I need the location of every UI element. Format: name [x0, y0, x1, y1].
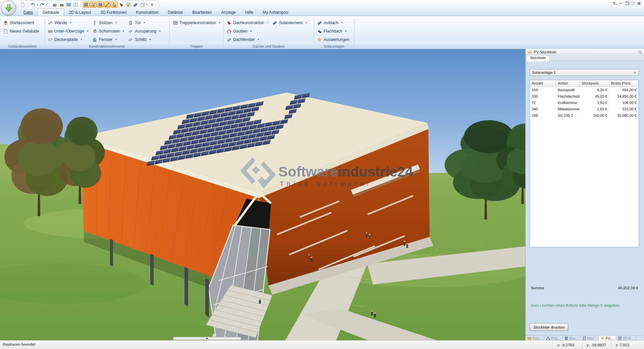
- ribbon-button-dachfenster[interactable]: Dachfenster▼: [225, 35, 271, 44]
- qat-undo-button[interactable]: [30, 1, 36, 8]
- qat-copy-button[interactable]: [139, 1, 146, 8]
- dropdown-arrow-icon[interactable]: ▼: [115, 38, 117, 41]
- qat-overflow-button[interactable]: [149, 1, 155, 8]
- ribbon-group-d-cher-und-gauben: Dachkonstruktion▼Gauben▼Dachfenster▼Sola…: [225, 18, 314, 44]
- ribbon-button-w-nde[interactable]: Wände▼: [46, 18, 91, 27]
- help-icon[interactable]: ?: [613, 1, 615, 6]
- ribbon-button-neues-geb-ude[interactable]: Neues Gebäude: [1, 27, 41, 35]
- column-header-anzahl[interactable]: Anzahl: [530, 80, 556, 87]
- menu-item-bearbeiten[interactable]: Bearbeiten: [188, 9, 217, 16]
- print-parts-list-button[interactable]: Stückliste drucken: [530, 323, 568, 331]
- bottom-tab-label: 3D R...: [623, 336, 634, 340]
- menu-item-3d-funktionen[interactable]: 3D Funktionen: [96, 9, 131, 16]
- menu-item-anzeige[interactable]: Anzeige: [217, 9, 240, 16]
- ribbon-button-aussparung[interactable]: Aussparung▼: [126, 27, 163, 35]
- qat-view-3d-button[interactable]: 3D: [58, 1, 65, 8]
- 3d-viewport[interactable]: Softwareindustrie24 Think Software!: [0, 49, 525, 341]
- 3d-scene: Softwareindustrie24 Think Software!: [0, 49, 525, 341]
- mdi-minimize-button[interactable]: –: [626, 2, 628, 6]
- application-button[interactable]: [1, 0, 16, 15]
- table-cell: 6,00 €: [580, 87, 609, 93]
- status-message: Raytracen beendet: [3, 342, 35, 346]
- qat-roof-button[interactable]: [118, 1, 125, 8]
- redo-dropdown-icon[interactable]: ▾: [46, 3, 48, 6]
- dropdown-arrow-icon[interactable]: ▼: [218, 21, 221, 24]
- table-cell: Mittelklemme: [556, 106, 580, 112]
- mdi-close-button[interactable]: ✕: [638, 1, 641, 6]
- table-row[interactable]: 72Endklemme1,50 €108,00 €: [530, 100, 639, 106]
- dropdown-arrow-icon[interactable]: ▼: [80, 38, 83, 41]
- qat-measure-button[interactable]: [104, 1, 111, 8]
- table-row[interactable]: 330Flachdachstä...45,00 €14.850,00 €: [530, 93, 639, 100]
- dropdown-arrow-icon[interactable]: ▼: [87, 30, 89, 32]
- dropdown-arrow-icon[interactable]: ▼: [250, 30, 252, 32]
- qat-guides-button[interactable]: [97, 1, 104, 8]
- ribbon-button-deckenplatte[interactable]: Deckenplatte▼: [46, 35, 91, 44]
- ribbon-button-schlitz[interactable]: Schlitz▼: [126, 35, 163, 44]
- dropdown-arrow-icon[interactable]: ▼: [305, 21, 307, 24]
- tab-stueckliste[interactable]: Stückliste: [526, 55, 549, 61]
- ribbon-button-gauben[interactable]: Gauben▼: [225, 27, 271, 35]
- ribbon-button-aufdach[interactable]: Aufdach▼: [315, 18, 351, 27]
- solar-system-select[interactable]: Solaranlage 1: [530, 69, 639, 76]
- help-dropdown-icon[interactable]: ▼: [619, 2, 622, 5]
- tcat-icon: [527, 336, 531, 340]
- dropdown-arrow-icon[interactable]: ▼: [267, 21, 269, 24]
- menu-item-geb-ude[interactable]: Gebäude: [38, 8, 64, 16]
- parts-table[interactable]: AnzahlArtikelStückpreisBrutto-Preis109Ba…: [530, 80, 639, 247]
- copy-dropdown-icon[interactable]: ▾: [147, 3, 148, 6]
- ribbon-button-st-tzen[interactable]: Stützen▼: [91, 18, 126, 27]
- ribbon-button-flachdach[interactable]: Flachdach▼: [315, 27, 351, 35]
- qat-solar-panel-button[interactable]: [132, 1, 139, 8]
- table-row[interactable]: 109Basisprofil6,00 €654,00 €: [530, 87, 639, 93]
- ribbon-button-auswertungen[interactable]: Auswertungen: [315, 35, 351, 44]
- qat-grid-button[interactable]: [83, 1, 90, 8]
- dropdown-arrow-icon[interactable]: ▼: [159, 30, 161, 32]
- qat-view-2d-button[interactable]: 2D: [51, 1, 58, 8]
- bottom-tab-label: Rau...: [569, 336, 579, 340]
- menu-item-gel-nde[interactable]: Gelände: [163, 9, 187, 16]
- dropdown-arrow-icon[interactable]: ▼: [257, 38, 260, 41]
- ribbon-button-schornstein[interactable]: Schornstein▼: [91, 27, 126, 35]
- ribbon-button-startassistent[interactable]: Startassistent: [1, 18, 41, 27]
- dropdown-arrow-icon[interactable]: ▼: [344, 30, 347, 32]
- menu-item-my-ashampoo[interactable]: My Ashampoo: [258, 9, 293, 16]
- dropdown-arrow-icon[interactable]: ▼: [341, 21, 343, 24]
- ribbon-button-fenster[interactable]: Fenster▼: [91, 35, 126, 44]
- qat-split-horizontal-button[interactable]: [65, 1, 72, 8]
- dropdown-arrow-icon[interactable]: ▼: [69, 21, 72, 24]
- table-row[interactable]: 340Mittelklemme1,50 €510,00 €: [530, 106, 639, 112]
- dropdown-arrow-icon[interactable]: ▼: [115, 21, 117, 24]
- page-icon: [3, 29, 8, 34]
- qat-snap-cursor-button[interactable]: [90, 1, 97, 8]
- qat-new-file-button[interactable]: [19, 1, 26, 8]
- qat-cursor-button[interactable]: [111, 1, 118, 8]
- column-header-st-ckpreis[interactable]: Stückpreis: [580, 80, 609, 87]
- menu-item-2d-layout[interactable]: 2D & Layout: [64, 9, 96, 16]
- ribbon-button-solarelement[interactable]: Solarelement▼: [271, 18, 309, 27]
- table-row[interactable]: 188SV-235-2160,00 €30.080,00 €: [530, 112, 639, 119]
- menu-item-datei[interactable]: Datei: [19, 9, 38, 16]
- tdoc-icon: [582, 336, 586, 340]
- column-header-artikel[interactable]: Artikel: [556, 80, 580, 87]
- ribbon-button-t-r[interactable]: Tür▼: [126, 18, 163, 27]
- qat-redo-button[interactable]: [39, 1, 46, 8]
- viewport-scroll-grip[interactable]: [173, 337, 241, 340]
- dropdown-arrow-icon[interactable]: ▼: [122, 30, 125, 32]
- ribbon-button-treppenkonstruktion[interactable]: Treppenkonstruktion▼: [171, 18, 222, 27]
- column-header-brutto-preis[interactable]: Brutto-Preis: [609, 80, 638, 87]
- undo-dropdown-icon[interactable]: ▾: [37, 3, 38, 6]
- ribbon-group-separator: [354, 18, 355, 49]
- menu-item-konstruktion[interactable]: Konstruktion: [131, 9, 163, 16]
- dropdown-arrow-icon[interactable]: ▼: [143, 21, 146, 24]
- menu-item-hilfe[interactable]: Hilfe: [240, 9, 258, 16]
- table-cell: 188: [530, 112, 556, 119]
- panel-options-icon[interactable]: [638, 50, 642, 54]
- ribbon-button-dachkonstruktion[interactable]: Dachkonstruktion▼: [225, 18, 271, 27]
- mdi-restore-button[interactable]: ❐: [631, 1, 635, 6]
- ribbon-button-unter-berz-ge[interactable]: Unter-/Überzüge▼: [46, 27, 91, 35]
- dropdown-arrow-icon[interactable]: ▼: [149, 38, 151, 41]
- qat-pattern-button[interactable]: [125, 1, 132, 8]
- ribbon-group-label: Gebäudeassistent: [0, 44, 45, 49]
- qat-split-vertical-button[interactable]: [72, 1, 79, 8]
